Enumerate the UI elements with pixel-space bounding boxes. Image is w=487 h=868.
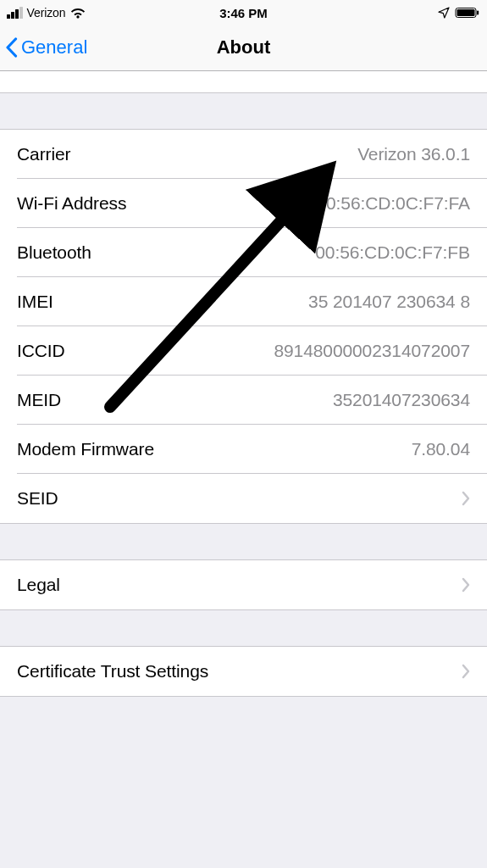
row-iccid: ICCID 89148000002314072007	[0, 326, 487, 376]
row-right	[453, 577, 470, 593]
status-time: 3:46 PM	[219, 6, 268, 20]
row-label: Modem Firmware	[17, 439, 154, 459]
location-icon	[438, 7, 450, 19]
status-bar: Verizon 3:46 PM	[0, 0, 487, 24]
row-label: Carrier	[17, 144, 70, 164]
row-value: 7.80.04	[412, 439, 470, 459]
wifi-icon	[70, 8, 86, 19]
row-value: 35 201407 230634 8	[308, 292, 470, 312]
row-label: SEID	[17, 488, 58, 509]
row-label: Certificate Trust Settings	[17, 661, 208, 682]
row-bluetooth: Bluetooth 00:56:CD:0C:F7:FB	[0, 228, 487, 277]
row-value: 00:56:CD:0C:F7:FA	[316, 193, 470, 214]
status-left: Verizon	[7, 6, 86, 19]
signal-strength-icon	[7, 7, 23, 19]
row-value: Verizon 36.0.1	[357, 144, 470, 164]
row-value: 00:56:CD:0C:F7:FB	[315, 242, 470, 263]
section-spacer	[0, 524, 487, 559]
device-info-section: Carrier Verizon 36.0.1 Wi-Fi Address 00:…	[0, 129, 487, 524]
row-meid: MEID 35201407230634	[0, 376, 487, 425]
carrier-label: Verizon	[27, 6, 66, 19]
section-spacer	[0, 610, 487, 646]
row-value: 89148000002314072007	[274, 341, 470, 361]
row-label: Legal	[17, 575, 60, 595]
back-button[interactable]: General	[5, 36, 87, 58]
row-right	[453, 491, 470, 506]
svg-rect-1	[457, 9, 475, 16]
row-certificate-trust[interactable]: Certificate Trust Settings	[0, 647, 487, 696]
nav-bar: General About	[0, 24, 487, 71]
row-modem-firmware: Modem Firmware 7.80.04	[0, 425, 487, 474]
chevron-left-icon	[5, 37, 18, 58]
section-spacer	[0, 93, 487, 129]
row-label: IMEI	[17, 292, 53, 312]
row-seid[interactable]: SEID	[0, 474, 487, 523]
chevron-right-icon	[462, 491, 470, 506]
chevron-right-icon	[462, 664, 470, 679]
cert-section: Certificate Trust Settings	[0, 646, 487, 697]
row-right	[453, 664, 470, 679]
row-value: 35201407230634	[333, 390, 470, 410]
status-right	[438, 7, 480, 19]
svg-rect-2	[477, 11, 479, 15]
row-label: MEID	[17, 390, 61, 410]
chevron-right-icon	[462, 577, 470, 593]
row-imei: IMEI 35 201407 230634 8	[0, 277, 487, 326]
page-title: About	[217, 36, 271, 58]
row-label: Wi-Fi Address	[17, 193, 126, 214]
row-legal[interactable]: Legal	[0, 560, 487, 609]
battery-icon	[455, 7, 480, 19]
row-carrier: Carrier Verizon 36.0.1	[0, 130, 487, 179]
back-label: General	[21, 36, 87, 58]
row-label: ICCID	[17, 341, 65, 361]
row-label: Bluetooth	[17, 242, 91, 263]
row-wifi-address: Wi-Fi Address 00:56:CD:0C:F7:FA	[0, 179, 487, 228]
legal-section: Legal	[0, 559, 487, 610]
